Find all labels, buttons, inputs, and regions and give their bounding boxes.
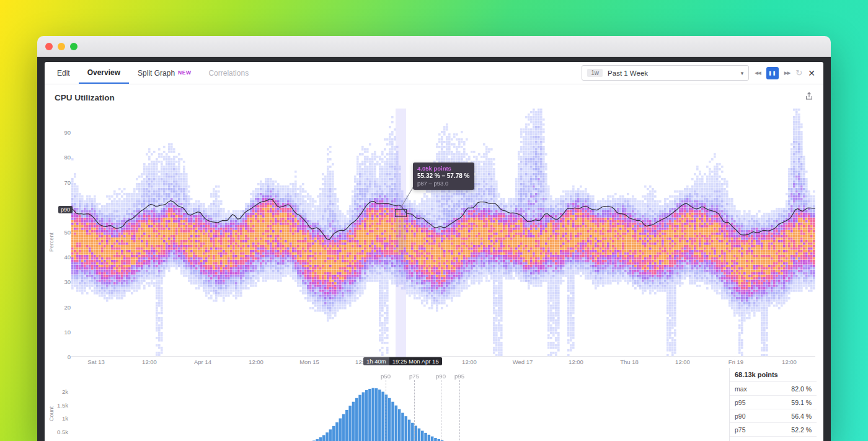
selected-bucket-outline	[395, 209, 407, 217]
refresh-icon[interactable]: ↻	[795, 68, 802, 78]
heatmap-x-tick-label: Wed 17	[504, 359, 541, 365]
heatmap-x-tick-label: 12:00	[771, 359, 808, 365]
percentile-marker-line	[441, 380, 441, 440]
pause-icon: ❚❚	[768, 71, 776, 76]
heatmap-x-tick-label: Sat 13	[78, 359, 115, 365]
stats-title: 68.13k points	[730, 368, 817, 382]
percentile-marker-line	[386, 380, 386, 440]
chart-header: CPU Utilization	[45, 84, 823, 103]
tab-correlations[interactable]: Correlations	[200, 62, 257, 84]
zoom-window-button[interactable]	[70, 43, 78, 50]
export-icon[interactable]	[805, 92, 813, 103]
heatmap-y-tick-label: 50	[56, 229, 71, 236]
close-window-button[interactable]	[45, 43, 53, 50]
heatmap-y-tick-label: 10	[56, 329, 71, 336]
heatmap-y-tick-label: 20	[56, 304, 71, 311]
selection-timestamp: 19:25 Mon Apr 15	[389, 357, 442, 365]
percentile-marker-label: p50	[376, 373, 395, 380]
stats-row-max: max82.0 %	[730, 382, 817, 396]
selection-band	[396, 109, 406, 359]
heatmap-y-tick-label: 0	[56, 354, 71, 360]
stats-row-p75: p7552.2 %	[730, 423, 817, 437]
heatmap-x-tick-label: Thu 18	[611, 359, 648, 365]
heatmap-x-tick-label: 12:00	[237, 359, 275, 365]
tooltip-percentile-range: p87 – p93.0	[417, 180, 470, 187]
summary-stats-panel: 68.13k points max82.0 % p9559.1 % p9056.…	[729, 368, 817, 441]
percentile-marker-label: p90	[432, 373, 450, 380]
histogram-y-tick-label: 2k	[53, 388, 68, 395]
heatmap-x-tick-label: 12:00	[451, 359, 488, 365]
chevron-down-icon: ▾	[741, 70, 744, 76]
tab-split-graph[interactable]: Split Graph NEW	[129, 62, 200, 84]
heatmap-y-tick-label: 90	[56, 129, 71, 136]
time-range-badge: 1w	[587, 69, 603, 77]
tooltip-value-range: 55.32 % – 57.78 %	[417, 172, 470, 180]
heatmap-x-tick-label: Fri 19	[717, 359, 755, 365]
heatmap-y-tick-label: 40	[56, 254, 71, 261]
heatmap-y-tick-label: 80	[56, 154, 71, 161]
time-range-select[interactable]: 1w Past 1 Week ▾	[582, 65, 749, 81]
percentile-marker-label: p95	[450, 373, 469, 380]
tab-bar: Edit Overview Split Graph NEW Correlatio…	[45, 62, 823, 84]
toolbar-right: 1w Past 1 Week ▾ ◀◀ ❚❚ ▶▶ ↻ ✕	[582, 62, 823, 84]
stats-row-p95: p9559.1 %	[730, 396, 817, 409]
stats-row-p90: p9056.4 %	[730, 409, 817, 423]
histogram-y-tick-label: 1.5k	[53, 402, 68, 409]
heatmap-x-tick-label: Apr 14	[184, 359, 221, 365]
skip-back-icon[interactable]: ◀◀	[755, 70, 761, 76]
heatmap-x-tick-label: 12:00	[664, 359, 701, 365]
app-window: Edit Overview Split Graph NEW Correlatio…	[37, 36, 831, 441]
distribution-histogram-canvas[interactable]	[71, 372, 815, 441]
tab-overview[interactable]: Overview	[79, 62, 129, 84]
tab-split-graph-label: Split Graph	[138, 69, 175, 78]
p90-line-label: p90	[58, 206, 73, 213]
chart-title: CPU Utilization	[55, 93, 115, 102]
stats-row-p50: p5047.8 %	[730, 437, 817, 441]
selection-time-badge: 1h 40m19:25 Mon Apr 15	[363, 357, 442, 365]
skip-forward-icon[interactable]: ▶▶	[784, 70, 790, 76]
heatmap-x-tick-label: 12:00	[131, 359, 168, 365]
window-titlebar	[37, 36, 831, 57]
histogram-y-tick-label: 1k	[53, 415, 68, 422]
histogram-y-tick-label: 0.5k	[53, 429, 68, 435]
heatmap-x-tick-label: Mon 15	[291, 359, 328, 365]
pause-button[interactable]: ❚❚	[766, 67, 779, 79]
heatmap-x-tick-label: 12:00	[557, 359, 595, 365]
selection-duration: 1h 40m	[363, 357, 389, 365]
heatmap-y-tick-label: 70	[56, 179, 71, 186]
tooltip-points: 4.05k points	[417, 165, 470, 172]
heatmap-y-tick-label: 30	[56, 278, 71, 285]
heatmap-y-axis-label: Percent	[48, 222, 55, 262]
new-badge: NEW	[178, 69, 191, 76]
hover-tooltip: 4.05k points 55.32 % – 57.78 % p87 – p93…	[413, 163, 474, 190]
percentile-marker-line	[414, 380, 415, 440]
app-dark-background: Edit Overview Split Graph NEW Correlatio…	[37, 57, 831, 441]
percentile-marker-label: p75	[405, 373, 423, 380]
tab-edit[interactable]: Edit	[48, 62, 79, 84]
cpu-heatmap-canvas[interactable]	[71, 109, 815, 357]
minimize-window-button[interactable]	[58, 43, 65, 50]
percentile-marker-line	[459, 380, 460, 440]
desktop-background: Edit Overview Split Graph NEW Correlatio…	[0, 0, 868, 441]
time-range-label: Past 1 Week	[608, 69, 736, 77]
graph-editor-panel: Edit Overview Split Graph NEW Correlatio…	[45, 62, 823, 441]
close-icon[interactable]: ✕	[808, 68, 815, 78]
